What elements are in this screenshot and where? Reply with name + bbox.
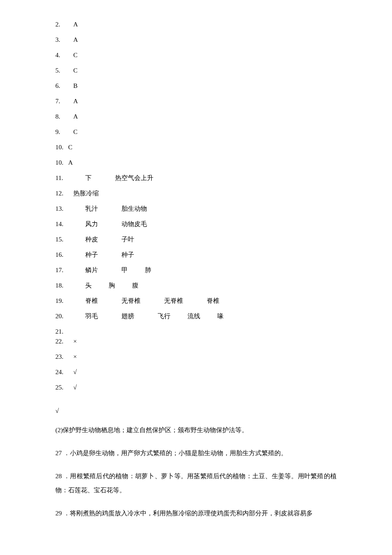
- tf-row: 23. ×: [55, 354, 337, 360]
- paragraph: 28 ．用根繁殖后代的植物：胡萝卜、萝卜等。用茎繁殖后代的植物：土豆、生姜等。用…: [55, 469, 337, 497]
- fill-num: 15.: [55, 236, 68, 243]
- tf-list: 21. 22. × 23. × 24. √ 25. √: [55, 328, 337, 391]
- tf-val: √: [73, 384, 77, 391]
- fill-part: 种子: [85, 252, 98, 258]
- fill-part: 乳汁: [85, 206, 98, 212]
- answer-row: 3. A: [55, 37, 337, 43]
- answer-val: A: [73, 98, 78, 105]
- answer-row: 2. A: [55, 21, 337, 28]
- fill-part: 胸: [109, 282, 115, 289]
- fill-row: 18. 头 胸 腹: [55, 282, 337, 289]
- fill-part: 无脊椎: [164, 298, 183, 304]
- answer-row: 10. C: [55, 144, 337, 151]
- answer-val: A: [73, 113, 78, 120]
- fill-row: 14. 风力 动物皮毛: [55, 221, 337, 227]
- fill-part: 下: [85, 175, 92, 181]
- fill-row: 17. 鳞片 甲 肺: [55, 267, 337, 273]
- fill-part: 热空气会上升: [115, 175, 153, 181]
- fill-part: 甲: [121, 267, 128, 273]
- fill-part: 胎生动物: [121, 206, 147, 212]
- fill-part: 头: [85, 282, 92, 289]
- fill-list: 11. 下 热空气会上升 12. 热胀冷缩 13. 乳汁 胎生动物 14. 风力…: [55, 175, 337, 320]
- answer-row: 6. B: [55, 83, 337, 89]
- fill-part: 羽毛: [85, 313, 98, 320]
- answer-num: 10.: [55, 160, 68, 166]
- fill-num: 12.: [55, 190, 68, 197]
- answer-val: A: [73, 37, 78, 43]
- tf-num: 21.: [55, 328, 68, 335]
- tf-num: 23.: [55, 354, 68, 360]
- answer-row: 4. C: [55, 52, 337, 58]
- answer-row: 7. A: [55, 98, 337, 105]
- answer-val: C: [68, 144, 72, 151]
- answer-num: 8.: [55, 113, 68, 120]
- fill-part: 流线: [187, 313, 200, 320]
- answer-val: C: [73, 129, 78, 135]
- tf-val: √: [73, 369, 77, 375]
- tf-num: 25.: [55, 384, 68, 391]
- fill-part: 动物皮毛: [121, 221, 147, 227]
- fill-part: 肺: [145, 267, 151, 273]
- answer-val: C: [73, 67, 78, 74]
- fill-num: 13.: [55, 206, 68, 212]
- fill-row: 15. 种皮 子叶: [55, 236, 337, 243]
- page: 2. A 3. A 4. C 5. C 6. B 7. A 8. A 9. C: [0, 0, 392, 555]
- fill-row: 11. 下 热空气会上升: [55, 175, 337, 181]
- answer-row: 5. C: [55, 67, 337, 74]
- fill-row: 13. 乳汁 胎生动物: [55, 206, 337, 212]
- fill-part: 翅膀: [121, 313, 134, 320]
- fill-num: 19.: [55, 298, 68, 304]
- fill-row: 12. 热胀冷缩: [55, 190, 337, 197]
- fill-num: 17.: [55, 267, 68, 273]
- paragraph: 27 ．小鸡是卵生动物，用产卵方式繁殖的；小猫是胎生动物，用胎生方式繁殖的。: [55, 446, 337, 460]
- answer-val: A: [73, 21, 78, 28]
- answer-row: 9. C: [55, 129, 337, 135]
- answer-num: 3.: [55, 37, 68, 43]
- answer-val: A: [68, 160, 73, 166]
- answer-val: B: [73, 83, 78, 89]
- paragraph: 29 ．将刚煮熟的鸡蛋放入冷水中，利用热胀冷缩的原理使鸡蛋壳和内部分开，剥皮就容…: [55, 506, 337, 520]
- answer-num: 10.: [55, 144, 68, 151]
- answer-list: 2. A 3. A 4. C 5. C 6. B 7. A 8. A 9. C: [55, 21, 337, 166]
- tf-row: 22. ×: [55, 338, 337, 345]
- answer-num: 5.: [55, 67, 68, 74]
- paragraph: (2)保护野生动物栖息地；建立自然保护区；颁布野生动物保护法等。: [55, 423, 337, 437]
- fill-part: 热胀冷缩: [73, 190, 99, 197]
- answer-row: 10. A: [55, 160, 337, 166]
- solo-mark: √: [55, 408, 337, 414]
- answer-num: 4.: [55, 52, 68, 58]
- fill-part: 腹: [132, 282, 138, 289]
- answer-row: 8. A: [55, 113, 337, 120]
- fill-row: 16. 种子 种子: [55, 252, 337, 258]
- tf-num: 22.: [55, 338, 68, 345]
- answer-val: C: [73, 52, 78, 58]
- fill-part: 无脊椎: [121, 298, 141, 304]
- fill-num: 16.: [55, 252, 68, 258]
- tf-val: ×: [73, 338, 77, 345]
- fill-part: 喙: [217, 313, 224, 320]
- fill-part: 子叶: [121, 236, 134, 243]
- fill-part: 种皮: [85, 236, 98, 243]
- tf-val: ×: [73, 354, 77, 360]
- fill-row: 20. 羽毛 翅膀 飞行 流线 喙: [55, 313, 337, 320]
- fill-num: 18.: [55, 282, 68, 289]
- answer-num: 2.: [55, 21, 68, 28]
- answer-num: 7.: [55, 98, 68, 105]
- fill-num: 11.: [55, 175, 68, 181]
- tf-row: 21.: [55, 328, 337, 335]
- fill-row: 19. 脊椎 无脊椎 无脊椎 脊椎: [55, 298, 337, 304]
- answer-num: 6.: [55, 83, 68, 89]
- fill-part: 鳞片: [85, 267, 98, 273]
- fill-part: 脊椎: [207, 298, 219, 304]
- fill-part: 脊椎: [85, 298, 98, 304]
- answer-num: 9.: [55, 129, 68, 135]
- tf-num: 24.: [55, 369, 68, 375]
- fill-part: 飞行: [158, 313, 170, 320]
- tf-row: 25. √: [55, 384, 337, 391]
- fill-part: 风力: [85, 221, 98, 227]
- tf-row: 24. √: [55, 369, 337, 375]
- fill-num: 20.: [55, 313, 68, 320]
- fill-part: 种子: [121, 252, 134, 258]
- fill-num: 14.: [55, 221, 68, 227]
